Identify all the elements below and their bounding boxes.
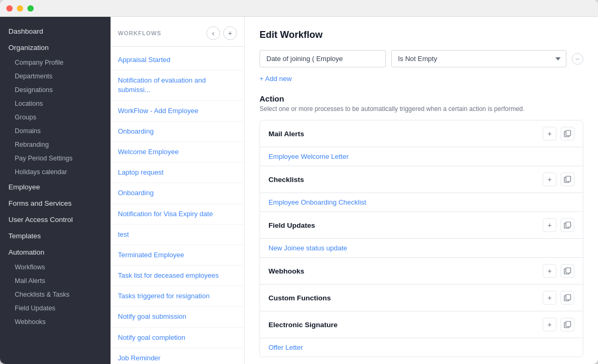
sidebar-item-automation[interactable]: Automation [0, 244, 111, 260]
workflow-list-item[interactable]: Onboarding [111, 183, 244, 204]
sidebar-item-groups[interactable]: Groups [0, 110, 111, 124]
sidebar-item-user-access-control[interactable]: User Access Control [0, 211, 111, 228]
sidebar-item-rebranding[interactable]: Rebranding [0, 138, 111, 151]
action-sub-link-electronic-signature[interactable]: Offer Letter [268, 343, 303, 351]
workflows-header: WORKFLOWS ‹ + [111, 17, 244, 47]
workflow-list-item[interactable]: Tasks triggered for resignation [111, 286, 244, 307]
action-label-checklists: Checklists [268, 176, 304, 184]
workflows-actions: ‹ + [206, 26, 237, 40]
minus-icon: − [575, 55, 580, 63]
prev-button[interactable]: ‹ [206, 26, 220, 40]
action-row-webhooks: Webhooks+ [260, 258, 583, 285]
sidebar-item-templates[interactable]: Templates [0, 228, 111, 244]
sidebar-item-employee[interactable]: Employee [0, 179, 111, 195]
workflow-list-item[interactable]: Notify goal completion [111, 328, 244, 348]
action-sub-item-mail-alerts: Employee Welcome Letter [260, 147, 583, 166]
sidebar-item-departments[interactable]: Departments [0, 69, 111, 83]
action-sub-link-field-updates[interactable]: New Joinee status update [268, 244, 347, 252]
svg-rect-5 [566, 222, 571, 227]
workflows-panel: WORKFLOWS ‹ + Appraisal StartedNotificat… [111, 17, 245, 364]
sidebar-item-field-updates[interactable]: Field Updates [0, 301, 111, 315]
action-sub-item-electronic-signature: Offer Letter [260, 338, 583, 357]
action-tools-field-updates: + [543, 218, 574, 232]
add-action-mail-alerts-button[interactable]: + [543, 127, 556, 140]
action-sub-link-mail-alerts[interactable]: Employee Welcome Letter [268, 153, 348, 160]
copy-action-mail-alerts-button[interactable] [561, 127, 574, 140]
maximize-button[interactable] [27, 5, 34, 12]
copy-action-webhooks-button[interactable] [561, 264, 574, 278]
add-action-checklists-button[interactable]: + [543, 173, 556, 186]
main-content: Edit Workflow Date of joining ( Employe … [245, 17, 598, 364]
sidebar-item-holidays-calendar[interactable]: Holidays calendar [0, 165, 111, 179]
condition-row: Date of joining ( Employe Is Not EmptyIs… [260, 50, 583, 67]
condition-operator-select[interactable]: Is Not EmptyIs EmptyEqualsNot EqualsGrea… [391, 50, 566, 67]
sidebar-item-designations[interactable]: Designations [0, 83, 111, 97]
add-action-webhooks-button[interactable]: + [543, 264, 556, 278]
svg-rect-11 [566, 321, 571, 327]
copy-action-checklists-button[interactable] [561, 173, 574, 186]
minimize-button[interactable] [17, 5, 23, 12]
titlebar [0, 0, 598, 17]
workflow-list-item[interactable]: Onboarding [111, 122, 244, 142]
workflow-list-item[interactable]: test [111, 225, 244, 245]
action-sub-item-field-updates: New Joinee status update [260, 239, 583, 258]
app-body: Dashboard Organization Company Profile D… [0, 17, 598, 364]
sidebar-item-domains[interactable]: Domains [0, 124, 111, 138]
action-tools-mail-alerts: + [543, 127, 574, 140]
action-tools-electronic-signature: + [543, 318, 574, 331]
add-workflow-button[interactable]: + [223, 26, 237, 40]
sidebar-item-mail-alerts[interactable]: Mail Alerts [0, 274, 111, 288]
action-sub-item-checklists: Employee Onboarding Checklist [260, 193, 583, 212]
action-tools-webhooks: + [543, 264, 574, 278]
workflow-list-item[interactable]: Notification for Visa Expiry date [111, 204, 244, 225]
action-row-mail-alerts: Mail Alerts+ [260, 120, 583, 147]
sidebar: Dashboard Organization Company Profile D… [0, 17, 111, 364]
remove-condition-button[interactable]: − [572, 53, 583, 65]
action-row-custom-functions: Custom Functions+ [260, 285, 583, 311]
action-section-title: Action [260, 94, 583, 103]
action-sub-link-checklists[interactable]: Employee Onboarding Checklist [268, 198, 366, 206]
svg-rect-9 [566, 295, 571, 300]
page-title: Edit Workflow [260, 29, 583, 41]
action-section-desc: Select one or more processes to be autom… [260, 105, 583, 113]
workflow-list-item[interactable]: Notification of evaluation and submissi.… [111, 70, 244, 100]
copy-action-electronic-signature-button[interactable] [561, 318, 574, 331]
sidebar-item-webhooks[interactable]: Webhooks [0, 315, 111, 329]
action-tools-custom-functions: + [543, 291, 574, 305]
action-label-mail-alerts: Mail Alerts [268, 130, 304, 138]
sidebar-item-pay-period-settings[interactable]: Pay Period Settings [0, 151, 111, 165]
sidebar-item-dashboard[interactable]: Dashboard [0, 23, 111, 39]
workflow-list-item[interactable]: WorkFlow - Add Employee [111, 101, 244, 122]
workflow-list-item[interactable]: Notify goal submission [111, 307, 244, 327]
svg-rect-1 [566, 130, 571, 136]
add-new-button[interactable]: + Add new [260, 74, 292, 84]
svg-rect-7 [566, 268, 571, 273]
workflows-list: Appraisal StartedNotification of evaluat… [111, 47, 244, 364]
add-action-custom-functions-button[interactable]: + [543, 291, 556, 305]
sidebar-item-checklists-tasks[interactable]: Checklists & Tasks [0, 288, 111, 301]
action-label-custom-functions: Custom Functions [268, 294, 331, 302]
app-window: Dashboard Organization Company Profile D… [0, 0, 598, 364]
sidebar-item-forms-and-services[interactable]: Forms and Services [0, 195, 111, 211]
workflow-list-item[interactable]: Laptop request [111, 163, 244, 183]
action-row-checklists: Checklists+ [260, 166, 583, 193]
action-row-electronic-signature: Electronic Signature+ [260, 311, 583, 338]
workflow-list-item[interactable]: Appraisal Started [111, 50, 244, 70]
workflow-list-item[interactable]: Job Reminder [111, 348, 244, 364]
add-action-electronic-signature-button[interactable]: + [543, 318, 556, 331]
action-label-field-updates: Field Updates [268, 221, 315, 229]
action-row-field-updates: Field Updates+ [260, 212, 583, 239]
sidebar-item-locations[interactable]: Locations [0, 97, 111, 110]
sidebar-item-company-profile[interactable]: Company Profile [0, 56, 111, 69]
copy-action-custom-functions-button[interactable] [561, 291, 574, 305]
sidebar-item-workflows[interactable]: Workflows [0, 260, 111, 274]
add-action-field-updates-button[interactable]: + [543, 218, 556, 232]
sidebar-item-organization[interactable]: Organization [0, 39, 111, 56]
close-button[interactable] [6, 5, 13, 12]
workflow-list-item[interactable]: Task list for deceased employees [111, 266, 244, 286]
action-section: Mail Alerts+Employee Welcome LetterCheck… [260, 120, 583, 357]
copy-action-field-updates-button[interactable] [561, 218, 574, 232]
workflow-list-item[interactable]: Terminated Employee [111, 245, 244, 266]
workflow-list-item[interactable]: Welcome Employee [111, 142, 244, 163]
svg-rect-3 [566, 176, 571, 181]
